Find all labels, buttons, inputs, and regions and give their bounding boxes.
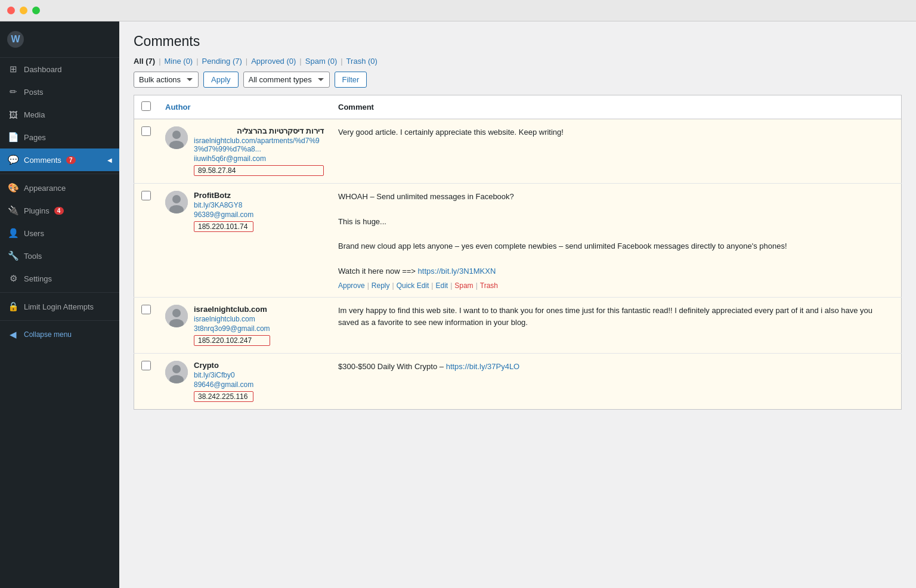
- row2-comment-link[interactable]: https://bit.ly/3N1MKXN: [418, 267, 496, 276]
- row2-comment-cell: WHOAH – Send unlimited messages in Faceb…: [331, 184, 902, 298]
- filter-button[interactable]: Filter: [335, 72, 367, 88]
- sidebar-item-label: Media: [24, 110, 45, 119]
- row4-author-cell: Crypto bit.ly/3iCfby0 89646@gmail.com 38…: [158, 353, 331, 409]
- row1-author-cell: דירות דיסקרטיות בהרצליה israelnightclub.…: [158, 119, 331, 184]
- dashboard-icon: ⊞: [7, 63, 19, 75]
- close-button[interactable]: [7, 7, 15, 14]
- sidebar-item-pages[interactable]: 📄 Pages: [0, 126, 119, 148]
- row1-checkbox[interactable]: [141, 126, 151, 136]
- sidebar-item-posts[interactable]: ✏ Posts: [0, 81, 119, 103]
- sidebar-item-settings[interactable]: ⚙ Settings: [0, 267, 119, 290]
- apply-button[interactable]: Apply: [203, 72, 239, 88]
- col-header-cb: [134, 95, 159, 119]
- row1-author-name: דירות דיסקרטיות בהרצליה: [194, 126, 324, 135]
- row4-comment-link[interactable]: https://bit.ly/37Py4LO: [446, 362, 520, 371]
- row2-avatar: [165, 191, 188, 213]
- row2-cb: [134, 184, 159, 298]
- row2-checkbox[interactable]: [141, 191, 151, 200]
- settings-icon: ⚙: [7, 273, 19, 284]
- filter-approved[interactable]: Approved (0): [251, 57, 296, 66]
- col-header-comment: Comment: [331, 95, 902, 119]
- row4-author-email[interactable]: 89646@gmail.com: [194, 380, 253, 389]
- row3-author-name: israelnightclub.com: [194, 305, 270, 314]
- sidebar-arrow: ◀: [107, 157, 112, 163]
- comments-icon: 💬: [7, 154, 19, 166]
- row4-author-name: Crypto: [194, 361, 253, 370]
- sidebar-item-plugins[interactable]: 🔌 Plugins 4: [0, 199, 119, 222]
- sidebar-item-label: Plugins: [24, 206, 49, 215]
- row3-checkbox[interactable]: [141, 305, 151, 314]
- sidebar-item-label: Settings: [24, 274, 52, 283]
- sidebar-item-appearance[interactable]: 🎨 Appearance: [0, 177, 119, 199]
- row2-quick-edit-action[interactable]: Quick Edit: [397, 281, 429, 290]
- posts-icon: ✏: [7, 86, 19, 98]
- wp-logo: W: [7, 31, 24, 48]
- filter-trash[interactable]: Trash (0): [346, 57, 377, 66]
- svg-point-4: [172, 195, 181, 203]
- bulk-actions-select[interactable]: Bulk actions: [134, 72, 199, 88]
- sidebar-collapse[interactable]: ◀ Collapse menu: [0, 323, 119, 346]
- row1-comment-cell: Very good article. I certainly appreciat…: [331, 119, 902, 184]
- row2-author-ip: 185.220.101.74: [194, 221, 253, 232]
- maximize-button[interactable]: [32, 7, 40, 14]
- sidebar-item-label: Users: [24, 229, 44, 238]
- sidebar-divider: [0, 174, 119, 174]
- row4-cb: [134, 353, 159, 409]
- row3-avatar: [165, 305, 188, 327]
- filter-mine[interactable]: Mine (0): [165, 57, 193, 66]
- comment-types-select[interactable]: All comment types: [243, 72, 330, 88]
- row2-author-email[interactable]: 96389@gmail.com: [194, 211, 253, 219]
- collapse-label: Collapse menu: [24, 330, 72, 339]
- window-chrome: [0, 0, 916, 21]
- row3-author-url[interactable]: israelnightclub.com: [194, 315, 270, 323]
- row2-trash-action[interactable]: Trash: [480, 281, 498, 290]
- collapse-icon: ◀: [7, 329, 19, 341]
- users-icon: 👤: [7, 227, 19, 239]
- sidebar-item-label: Comments: [24, 156, 61, 165]
- sidebar-item-label: Limit Login Attempts: [24, 302, 94, 311]
- author-sort-link[interactable]: Author: [165, 103, 191, 112]
- filter-pending[interactable]: Pending (7): [202, 57, 242, 66]
- table-row: Crypto bit.ly/3iCfby0 89646@gmail.com 38…: [134, 353, 902, 409]
- appearance-icon: 🎨: [7, 182, 19, 194]
- sidebar-divider-3: [0, 320, 119, 321]
- row3-author-ip: 185.220.102.247: [194, 335, 270, 346]
- minimize-button[interactable]: [20, 7, 27, 14]
- sidebar-item-limit-login[interactable]: 🔒 Limit Login Attempts: [0, 295, 119, 318]
- sidebar-item-label: Appearance: [24, 184, 66, 193]
- svg-point-1: [172, 131, 181, 139]
- row4-author-url[interactable]: bit.ly/3iCfby0: [194, 371, 253, 379]
- comments-badge: 7: [66, 156, 76, 164]
- sidebar-item-dashboard[interactable]: ⊞ Dashboard: [0, 58, 119, 81]
- filter-spam[interactable]: Spam (0): [305, 57, 337, 66]
- sidebar-divider-2: [0, 292, 119, 293]
- row3-author-cell: israelnightclub.com israelnightclub.com …: [158, 297, 331, 353]
- sidebar-item-tools[interactable]: 🔧 Tools: [0, 245, 119, 267]
- sidebar-item-media[interactable]: 🖼 Media: [0, 103, 119, 126]
- table-row: דירות דיסקרטיות בהרצליה israelnightclub.…: [134, 119, 902, 184]
- row2-approve-action[interactable]: Approve: [338, 281, 365, 290]
- row2-author-url[interactable]: bit.ly/3KA8GY8: [194, 201, 253, 209]
- filter-all[interactable]: All (7): [134, 57, 155, 66]
- row1-author-email[interactable]: iiuwih5q6r@gmail.com: [194, 154, 324, 163]
- page-title: Comments: [134, 33, 902, 49]
- row4-checkbox[interactable]: [141, 361, 151, 370]
- sidebar: W ⊞ Dashboard ✏ Posts 🖼 Media 📄 Pages 💬 …: [0, 21, 119, 588]
- row2-author-cell: ProfitBotz bit.ly/3KA8GY8 96389@gmail.co…: [158, 184, 331, 298]
- plugins-icon: 🔌: [7, 205, 19, 216]
- sidebar-item-comments[interactable]: 💬 Comments 7 ◀: [0, 148, 119, 171]
- row1-avatar: [165, 126, 188, 149]
- row3-comment-cell: Im very happy to find this web site. I w…: [331, 297, 902, 353]
- filter-bar: All (7) | Mine (0) | Pending (7) | Appro…: [134, 57, 902, 66]
- sidebar-item-users[interactable]: 👤 Users: [0, 222, 119, 245]
- sidebar-item-label: Pages: [24, 133, 46, 142]
- row3-cb: [134, 297, 159, 353]
- select-all-checkbox[interactable]: [141, 101, 151, 111]
- row2-edit-action[interactable]: Edit: [435, 281, 448, 290]
- row3-author-email[interactable]: 3t8nrq3o99@gmail.com: [194, 324, 270, 333]
- row2-reply-action[interactable]: Reply: [372, 281, 390, 290]
- row1-author-ip: 89.58.27.84: [194, 165, 324, 176]
- row1-author-url[interactable]: israelnightclub.com/apartments/%d7%93%d7…: [194, 137, 324, 153]
- row4-author-ip: 38.242.225.116: [194, 391, 253, 402]
- row2-spam-action[interactable]: Spam: [454, 281, 473, 290]
